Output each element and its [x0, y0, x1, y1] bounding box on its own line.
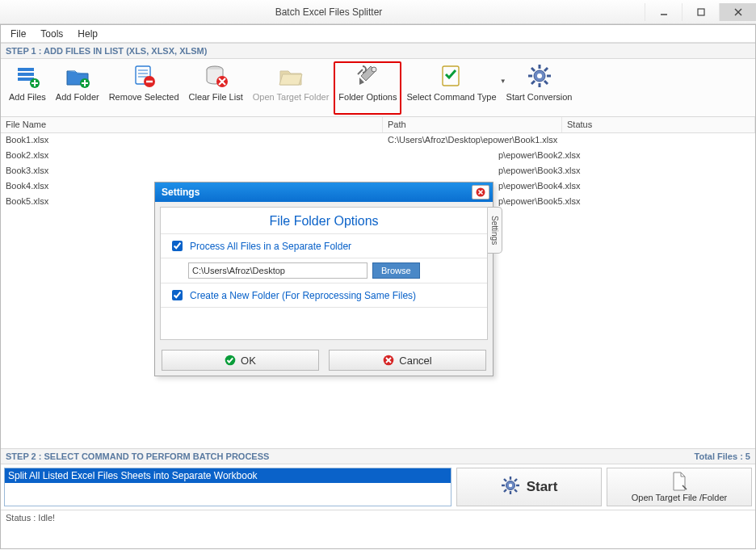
start-conversion-button[interactable]: Start Conversion [502, 61, 578, 115]
dialog-button-row: OK Cancel [155, 345, 493, 376]
svg-point-26 [537, 73, 542, 78]
path-row: Browse [161, 258, 487, 283]
dialog-heading: File Folder Options [161, 212, 487, 233]
start-label: Start [527, 479, 558, 495]
separate-folder-checkbox[interactable] [172, 241, 183, 251]
select-command-button[interactable]: ▼ Select Command Type [401, 61, 501, 115]
dialog-body: Settings File Folder Options Process All… [160, 207, 488, 340]
add-files-button[interactable]: Add Files [4, 61, 51, 115]
svg-line-42 [514, 489, 517, 492]
svg-rect-5 [18, 73, 34, 76]
menu-bar: File Tools Help [1, 25, 755, 43]
svg-line-43 [514, 479, 517, 481]
table-row[interactable]: Book1.xlsxC:\Users\Afroz\Desktop\epower\… [1, 133, 755, 149]
col-status[interactable]: Status [562, 117, 755, 132]
dialog-title: Settings [162, 187, 200, 198]
minimize-button[interactable] [645, 3, 682, 21]
step2-label-row: STEP 2 : SELECT COMMAND TO PERFORM BATCH… [1, 448, 755, 464]
svg-line-44 [504, 489, 506, 492]
open-folder-icon [278, 63, 304, 89]
gear-icon [501, 476, 520, 499]
svg-rect-4 [18, 68, 34, 71]
folder-options-label: Folder Options [338, 92, 397, 102]
add-folder-label: Add Folder [56, 92, 99, 102]
option-new-folder-row: Create a New Folder (For Reprocessing Sa… [161, 283, 487, 307]
dialog-close-button[interactable] [472, 185, 489, 199]
settings-dialog: Settings Settings File Folder Options Pr… [154, 182, 494, 376]
option-separate-folder-row: Process All Files in a Separate Folder [161, 233, 487, 258]
svg-line-41 [504, 479, 506, 481]
cancel-button[interactable]: Cancel [329, 350, 486, 371]
remove-selected-label: Remove Selected [109, 92, 179, 102]
folder-options-icon [355, 63, 380, 89]
select-command-label: Select Command Type [406, 92, 496, 102]
menu-file[interactable]: File [10, 28, 26, 40]
dialog-spacer [161, 307, 487, 339]
toolbar: Add Files Add Folder Remove Selected Cle… [1, 59, 755, 117]
step2-row: Split All Listed Excel Files Sheets into… [1, 464, 755, 510]
open-target-file-label: Open Target File /Folder [632, 493, 727, 502]
cancel-label: Cancel [399, 355, 431, 367]
col-filename[interactable]: File Name [1, 117, 383, 132]
add-files-label: Add Files [9, 92, 46, 102]
gear-icon [527, 63, 552, 89]
clear-list-icon [203, 63, 229, 89]
open-target-file-button[interactable]: Open Target File /Folder [607, 468, 752, 506]
svg-line-32 [544, 81, 548, 84]
open-target-label: Open Target Folder [253, 92, 330, 102]
client-area: File Tools Help STEP 1 : ADD FILES IN LI… [0, 24, 756, 549]
maximize-button[interactable] [682, 3, 719, 21]
svg-rect-1 [698, 9, 704, 15]
status-bar: Status : Idle! [1, 510, 755, 526]
table-row[interactable]: Book3.xlsxp\epower\Book3.xlsx [1, 164, 755, 179]
folder-options-button[interactable]: Folder Options [334, 61, 401, 115]
select-command-icon [439, 63, 464, 89]
open-target-button[interactable]: Open Target Folder [248, 61, 334, 115]
dialog-titlebar: Settings [155, 183, 493, 202]
titlebar: Batch Excel Files Splitter [0, 0, 756, 24]
settings-side-tab[interactable]: Settings [488, 207, 502, 254]
file-icon [671, 472, 687, 493]
output-path-input[interactable] [188, 262, 368, 279]
start-button[interactable]: Start [456, 468, 602, 506]
menu-help[interactable]: Help [78, 28, 98, 40]
svg-point-36 [508, 483, 511, 486]
svg-line-33 [544, 68, 548, 71]
col-path[interactable]: Path [383, 117, 562, 132]
close-button[interactable] [719, 3, 756, 21]
new-folder-checkbox[interactable] [172, 290, 183, 300]
window-title: Batch Excel Files Splitter [13, 6, 645, 18]
start-conversion-label: Start Conversion [506, 92, 573, 102]
separate-folder-label: Process All Files in a Separate Folder [190, 241, 351, 252]
browse-button[interactable]: Browse [372, 262, 420, 279]
total-files-label: Total Files : 5 [695, 451, 750, 461]
ok-label: OK [241, 355, 256, 367]
command-listbox[interactable]: Split All Listed Excel Files Sheets into… [4, 468, 452, 506]
new-folder-label: Create a New Folder (For Reprocessing Sa… [190, 290, 416, 301]
status-text: Status : Idle! [6, 513, 55, 523]
table-row[interactable]: Book2.xlsxp\epower\Book2.xlsx [1, 149, 755, 164]
clear-list-button[interactable]: Clear File List [184, 61, 248, 115]
step2-label: STEP 2 : SELECT COMMAND TO PERFORM BATCH… [6, 451, 269, 461]
remove-selected-button[interactable]: Remove Selected [104, 61, 184, 115]
add-folder-icon [65, 63, 90, 89]
menu-tools[interactable]: Tools [40, 28, 63, 40]
add-files-icon [15, 63, 40, 89]
remove-selected-icon [131, 63, 157, 89]
svg-point-23 [372, 67, 376, 72]
svg-line-31 [531, 68, 535, 71]
step1-label: STEP 1 : ADD FILES IN LIST (XLS, XLSX, X… [1, 43, 755, 59]
list-header: File Name Path Status [1, 117, 755, 133]
add-folder-button[interactable]: Add Folder [51, 61, 104, 115]
clear-list-label: Clear File List [189, 92, 243, 102]
selected-command[interactable]: Split All Listed Excel Files Sheets into… [5, 468, 451, 483]
svg-line-34 [531, 81, 535, 84]
ok-button[interactable]: OK [162, 350, 319, 371]
